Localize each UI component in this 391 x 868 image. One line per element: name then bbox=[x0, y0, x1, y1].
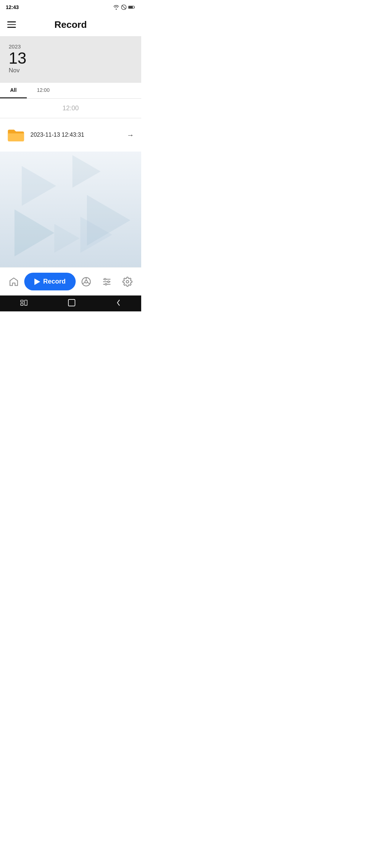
system-nav-bar bbox=[0, 295, 141, 311]
date-year: 2023 bbox=[9, 43, 133, 50]
block-icon bbox=[121, 4, 127, 10]
header: Record bbox=[0, 13, 141, 36]
svg-line-8 bbox=[88, 282, 90, 284]
watermark-tri-5 bbox=[80, 217, 112, 253]
nav-home-button[interactable] bbox=[4, 277, 24, 287]
date-day: 13 bbox=[9, 50, 133, 66]
back-button[interactable] bbox=[115, 299, 121, 308]
tab-bar: All 12:00 bbox=[0, 83, 141, 99]
svg-point-13 bbox=[108, 281, 109, 282]
battery-icon bbox=[128, 5, 135, 9]
watermark-tri-3 bbox=[14, 209, 54, 256]
status-bar: 12:43 bbox=[0, 0, 141, 13]
home-icon bbox=[9, 277, 19, 287]
date-month: Nov bbox=[9, 67, 133, 74]
watermark-tri-2 bbox=[72, 155, 101, 188]
svg-line-7 bbox=[83, 282, 85, 284]
svg-rect-3 bbox=[129, 6, 133, 8]
nav-steering-button[interactable] bbox=[76, 277, 96, 287]
record-list: 2023-11-13 12:43:31 → bbox=[0, 118, 141, 152]
nav-filter-button[interactable] bbox=[97, 277, 117, 287]
status-icons bbox=[113, 4, 135, 10]
svg-rect-17 bbox=[21, 303, 23, 305]
svg-rect-19 bbox=[68, 299, 75, 306]
page-title: Record bbox=[54, 19, 87, 30]
nav-settings-button[interactable] bbox=[117, 277, 138, 287]
filter-icon bbox=[102, 277, 112, 287]
date-section: 2023 13 Nov bbox=[0, 36, 141, 83]
svg-point-12 bbox=[104, 278, 106, 280]
svg-point-15 bbox=[126, 280, 129, 283]
svg-line-1 bbox=[122, 5, 126, 9]
svg-rect-18 bbox=[25, 300, 27, 305]
status-time: 12:43 bbox=[6, 4, 19, 10]
svg-rect-16 bbox=[21, 300, 23, 302]
watermark-tri-6 bbox=[54, 224, 80, 253]
record-timestamp: 2023-11-13 12:43:31 bbox=[30, 132, 127, 138]
watermark-triangles bbox=[0, 152, 141, 267]
settings-icon bbox=[122, 277, 133, 287]
tab-1200[interactable]: 12:00 bbox=[27, 83, 60, 98]
record-nav-button[interactable]: Record bbox=[24, 273, 76, 290]
bottom-nav: Record bbox=[0, 267, 141, 295]
recent-apps-icon bbox=[20, 299, 28, 306]
wifi-icon bbox=[113, 5, 119, 10]
folder-icon bbox=[7, 128, 25, 142]
svg-point-5 bbox=[85, 280, 88, 283]
menu-button[interactable] bbox=[7, 21, 16, 28]
watermark-tri-1 bbox=[22, 166, 56, 206]
system-home-button[interactable] bbox=[68, 299, 76, 308]
recent-apps-button[interactable] bbox=[20, 299, 28, 307]
back-icon bbox=[115, 299, 121, 307]
play-icon bbox=[34, 278, 40, 285]
svg-point-14 bbox=[105, 283, 107, 285]
watermark-area bbox=[0, 152, 141, 267]
steering-wheel-icon bbox=[81, 277, 91, 287]
arrow-right-icon: → bbox=[127, 131, 134, 139]
system-home-icon bbox=[68, 299, 76, 307]
record-item[interactable]: 2023-11-13 12:43:31 → bbox=[7, 124, 134, 146]
time-group-label: 12:00 bbox=[0, 99, 141, 118]
tab-all[interactable]: All bbox=[0, 83, 27, 98]
record-nav-label: Record bbox=[43, 278, 66, 285]
